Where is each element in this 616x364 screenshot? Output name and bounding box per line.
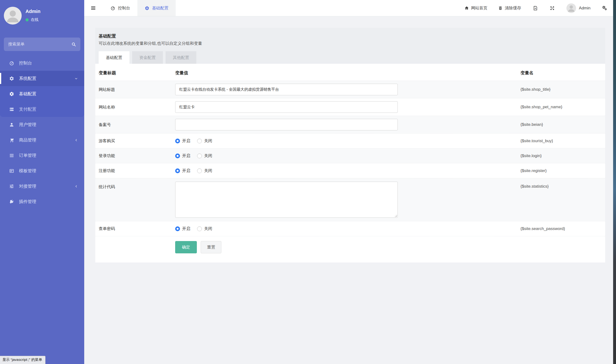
radio-unchecked-icon xyxy=(197,226,202,231)
statistics-code-textarea[interactable] xyxy=(175,182,398,218)
variable-name: {$site.login} xyxy=(521,154,605,158)
page-subtitle: 可以在此增改系统的变量和分组,也可以自定义分组和变量 xyxy=(99,41,598,46)
template-icon xyxy=(9,169,14,173)
search-input[interactable] xyxy=(8,42,71,47)
clear-cache-label: 清除缓存 xyxy=(505,5,521,11)
radio-checked-icon xyxy=(175,226,180,231)
sidebar-item-system-config[interactable]: 系统配置 xyxy=(0,71,84,86)
trash-icon xyxy=(498,6,503,10)
sidebar-item-dashboard[interactable]: 控制台 xyxy=(0,55,84,71)
sidebar-user-name: Admin xyxy=(26,9,40,14)
config-panel: 基础配置 可以在此增改系统的变量和分组,也可以自定义分组和变量 基础配置 资金配… xyxy=(95,28,605,262)
radio-checked-icon xyxy=(175,169,180,173)
reset-button[interactable]: 重置 xyxy=(201,241,221,253)
submit-button[interactable]: 确定 xyxy=(175,241,197,253)
radio-option-off[interactable]: 关闭 xyxy=(197,226,212,232)
gear-icon xyxy=(144,6,149,11)
sidebar-item-label: 订单管理 xyxy=(19,153,36,158)
radio-label: 关闭 xyxy=(204,168,212,173)
field-label: 网站名称 xyxy=(95,104,175,110)
variable-name: {$site.tourist_buy} xyxy=(521,139,605,143)
avatar xyxy=(566,3,576,13)
tab-label: 控制台 xyxy=(118,5,130,11)
table-header: 变量标题 变量值 变量名 xyxy=(95,64,605,81)
content-column: 控制台 基础配置 网站首页 清除缓存 Admin xyxy=(84,0,613,364)
radio-label: 开启 xyxy=(182,168,190,173)
table-row: 游客购买 开启 关闭 {$site.tourist_buy} xyxy=(95,133,605,148)
config-tabs: 基础配置 资金配置 其他配置 xyxy=(99,51,598,64)
navbar-right: 网站首页 清除缓存 Admin xyxy=(464,3,613,13)
top-navbar: 控制台 基础配置 网站首页 清除缓存 Admin xyxy=(84,0,613,16)
radio-checked-icon xyxy=(175,154,180,158)
field-label: 网站标题 xyxy=(95,87,175,92)
radio-unchecked-icon xyxy=(197,139,202,143)
tab-other-config[interactable]: 其他配置 xyxy=(166,51,196,64)
radio-option-off[interactable]: 关闭 xyxy=(197,138,212,144)
field-label: 查单密码 xyxy=(95,226,175,232)
tab-dashboard[interactable]: 控制台 xyxy=(103,0,137,16)
sidebar-item-plugin-management[interactable]: 插件管理 xyxy=(0,194,84,209)
table-row: 登录功能 开启 关闭 {$site.login} xyxy=(95,148,605,163)
online-dot-icon xyxy=(26,18,29,21)
sidebar-item-template-management[interactable]: 模板管理 xyxy=(0,163,84,179)
radio-label: 开启 xyxy=(182,153,190,158)
variable-name: {$site.beian} xyxy=(521,122,605,127)
sidebar-search[interactable] xyxy=(4,38,80,51)
field-label: 统计代码 xyxy=(95,182,175,190)
shop-title-input[interactable] xyxy=(175,84,398,95)
sidebar-item-order-management[interactable]: 订单管理 xyxy=(0,148,84,163)
clear-cache-link[interactable]: 清除缓存 xyxy=(498,5,521,11)
tab-basic-config[interactable]: 基础配置 xyxy=(137,0,176,16)
beian-input[interactable] xyxy=(175,119,398,130)
radio-option-on[interactable]: 开启 xyxy=(175,153,190,158)
radio-option-on[interactable]: 开启 xyxy=(175,226,190,232)
server-icon xyxy=(9,107,14,112)
radio-label: 开启 xyxy=(182,138,190,144)
sidebar-item-integration-management[interactable]: 对接管理 xyxy=(0,179,84,194)
search-password-radio-group: 开启 关闭 xyxy=(175,226,521,232)
tachometer-icon xyxy=(110,6,115,11)
search-icon[interactable] xyxy=(71,42,76,47)
tab-funds-config[interactable]: 资金配置 xyxy=(132,51,163,64)
chevron-left-icon xyxy=(74,138,78,142)
variable-name: {$site.shop_pet_name} xyxy=(521,105,605,109)
plug-icon xyxy=(9,199,14,204)
panel-body: 变量标题 变量值 变量名 网站标题 {$site.shop_title} 网站名… xyxy=(95,64,605,262)
radio-unchecked-icon xyxy=(197,154,202,158)
radio-label: 开启 xyxy=(182,226,190,232)
sidebar: Admin 在线 控制台 系统配置 基础配置 xyxy=(0,0,84,364)
sidebar-item-user-management[interactable]: 用户管理 xyxy=(0,117,84,132)
sidebar-submenu-system-config: 基础配置 支付配置 xyxy=(0,86,84,117)
tab-basic-config[interactable]: 基础配置 xyxy=(99,51,130,64)
gear-icon xyxy=(9,76,14,81)
user-menu-label: Admin xyxy=(579,6,590,11)
language-icon[interactable] xyxy=(533,6,538,11)
cogs-icon[interactable] xyxy=(602,6,607,11)
chevron-down-icon xyxy=(74,77,78,80)
fullscreen-icon[interactable] xyxy=(550,6,555,11)
user-menu[interactable]: Admin xyxy=(566,3,590,13)
radio-option-off[interactable]: 关闭 xyxy=(197,153,212,158)
page-title: 基础配置 xyxy=(99,33,598,39)
site-home-label: 网站首页 xyxy=(471,5,487,11)
radio-option-off[interactable]: 关闭 xyxy=(197,168,212,173)
table-row: 查单密码 开启 关闭 {$site.search_password} xyxy=(95,221,605,236)
spacer xyxy=(95,241,175,253)
column-header: 变量名 xyxy=(521,70,605,76)
sidebar-item-product-management[interactable]: 商品管理 xyxy=(0,132,84,148)
browser-scrollbar[interactable] xyxy=(613,0,616,364)
radio-option-on[interactable]: 开启 xyxy=(175,138,190,144)
sidebar-item-basic-config[interactable]: 基础配置 xyxy=(0,86,84,102)
variable-name: {$site.search_password} xyxy=(521,226,605,231)
sidebar-toggle-icon[interactable] xyxy=(91,5,96,11)
sidebar-item-payment-config[interactable]: 支付配置 xyxy=(0,102,84,117)
sidebar-item-label: 支付配置 xyxy=(19,106,36,112)
radio-label: 关闭 xyxy=(204,226,212,232)
shop-name-input[interactable] xyxy=(175,101,398,113)
radio-label: 关闭 xyxy=(204,138,212,144)
home-icon xyxy=(464,6,469,10)
radio-option-on[interactable]: 开启 xyxy=(175,168,190,173)
login-radio-group: 开启 关闭 xyxy=(175,153,521,158)
sidebar-user-status: 在线 xyxy=(26,17,39,22)
site-home-link[interactable]: 网站首页 xyxy=(464,5,487,11)
